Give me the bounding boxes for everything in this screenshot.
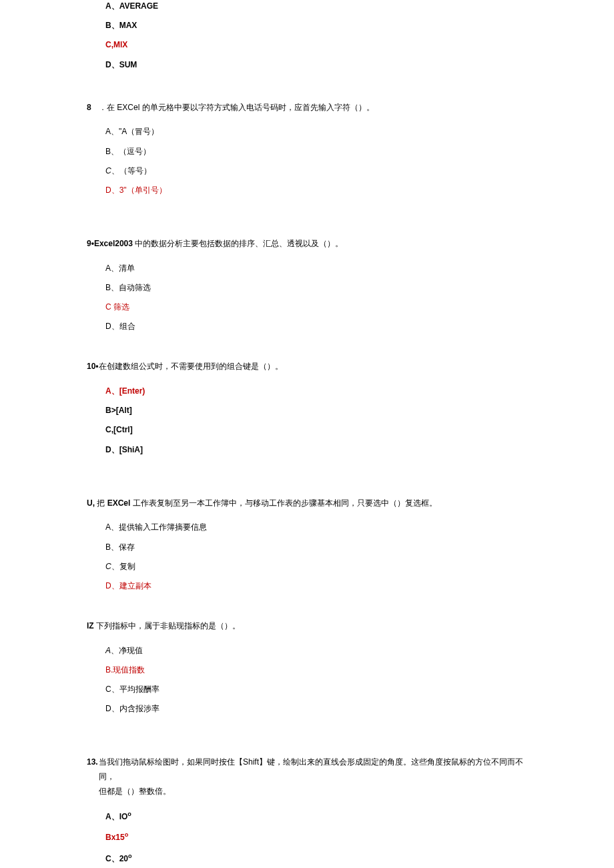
- q8-stem: 8 ．在 EXCel 的单元格中要以字符方式输入电话号码时，应首先输入字符（）。: [87, 101, 527, 115]
- q10-option-a: A、[Enter): [105, 385, 527, 398]
- q8-option-a: A、"A（冒号）: [105, 125, 527, 138]
- q7-option-c: C,MlX: [105, 39, 527, 51]
- q11-option-d: D、建立副本: [105, 580, 527, 592]
- q12-option-d: D、内含报涉率: [105, 703, 527, 715]
- q12-option-b: B.现值指数: [105, 664, 527, 677]
- question-10: 10•在创建数组公式时，不需要使用到的组合键是（）。 A、[Enter) B>[…: [87, 360, 527, 456]
- q7-option-a: A、AVERAGE: [105, 0, 527, 13]
- q13-text: 当我们拖动鼠标绘图时，如果同时按住【Shift】键，绘制出来的直线会形成固定的角…: [99, 755, 527, 799]
- q9-option-b: B、自动筛选: [105, 282, 527, 294]
- q13-number: 13.: [87, 755, 99, 799]
- spacer: [87, 742, 527, 755]
- q11-options: A、提供输入工作簿摘要信息 B、保存 C、复制 D、建立副本: [87, 521, 527, 592]
- q9-stem: 9•Excel2003 中的数据分析主要包括数据的排序、汇总、透视以及（）。: [87, 237, 527, 252]
- q9-text: 9•Excel2003 中的数据分析主要包括数据的排序、汇总、透视以及（）。: [87, 237, 527, 252]
- q8-options: A、"A（冒号） B、（逗号） C、（等号） D、3"（单引号）: [87, 125, 527, 197]
- document-page: A、AVERAGE B、MAX C,MlX D、SUM 8 ．在 EXCel 的…: [0, 0, 614, 868]
- q9-options: A、清单 B、自动筛选 C 筛选 D、组合: [87, 262, 527, 334]
- q10-option-c: C,[Ctrl]: [105, 424, 527, 436]
- q13-options: A、IOo Bx15o C、20o D、30o: [87, 809, 527, 868]
- question-13: 13. 当我们拖动鼠标绘图时，如果同时按住【Shift】键，绘制出来的直线会形成…: [87, 755, 527, 868]
- q13-text-line2: 但都是（）整数倍。: [99, 787, 171, 796]
- q11-option-c: C、复制: [105, 560, 527, 573]
- q10-stem: 10•在创建数组公式时，不需要使用到的组合键是（）。: [87, 360, 527, 374]
- question-12: IZ 下列指标中，属于非贴现指标的是（）。 A、净现值 B.现值指数 C、平均报…: [87, 619, 527, 715]
- q10-text: 10•在创建数组公式时，不需要使用到的组合键是（）。: [87, 360, 527, 374]
- q9-option-c: C 筛选: [105, 301, 527, 314]
- q13-text-line1: 当我们拖动鼠标绘图时，如果同时按住【Shift】键，绘制出来的直线会形成固定的角…: [99, 757, 523, 781]
- q7-option-b: B、MAX: [105, 19, 527, 32]
- q11-option-a: A、提供输入工作簿摘要信息: [105, 521, 527, 534]
- q8-option-c: C、（等号）: [105, 165, 527, 177]
- q10-option-b: B>[Alt]: [105, 404, 527, 417]
- question-9: 9•Excel2003 中的数据分析主要包括数据的排序、汇总、透视以及（）。 A…: [87, 237, 527, 333]
- q8-text: ．在 EXCel 的单元格中要以字符方式输入电话号码时，应首先输入字符（）。: [99, 101, 527, 115]
- q11-text: U, 把 EXCel 工作表复制至另一本工作簿中，与移动工作表的步骤基本相同，只…: [87, 496, 527, 511]
- question-7-options: A、AVERAGE B、MAX C,MlX D、SUM: [87, 0, 527, 71]
- q9-option-a: A、清单: [105, 262, 527, 275]
- q10-options: A、[Enter) B>[Alt] C,[Ctrl] D、[ShiA]: [87, 385, 527, 456]
- q13-stem: 13. 当我们拖动鼠标绘图时，如果同时按住【Shift】键，绘制出来的直线会形成…: [87, 755, 527, 799]
- q8-option-b: B、（逗号）: [105, 145, 527, 158]
- q13-option-c: C、20o: [105, 851, 527, 865]
- question-8: 8 ．在 EXCel 的单元格中要以字符方式输入电话号码时，应首先输入字符（）。…: [87, 101, 527, 197]
- q10-option-d: D、[ShiA]: [105, 444, 527, 456]
- question-11: U, 把 EXCel 工作表复制至另一本工作簿中，与移动工作表的步骤基本相同，只…: [87, 496, 527, 592]
- spacer: [87, 483, 527, 496]
- q13-option-b: Bx15o: [105, 830, 527, 844]
- q12-options: A、净现值 B.现值指数 C、平均报酬率 D、内含报涉率: [87, 644, 527, 716]
- q9-option-d: D、组合: [105, 320, 527, 333]
- spacer: [87, 224, 527, 237]
- q7-option-d: D、SUM: [105, 59, 527, 71]
- q12-option-c: C、平均报酬率: [105, 683, 527, 696]
- q8-number: 8: [87, 101, 99, 115]
- q11-stem: U, 把 EXCel 工作表复制至另一本工作簿中，与移动工作表的步骤基本相同，只…: [87, 496, 527, 511]
- q12-text: IZ 下列指标中，属于非贴现指标的是（）。: [87, 619, 527, 634]
- q13-option-a: A、IOo: [105, 809, 527, 823]
- q8-option-d: D、3"（单引号）: [105, 184, 527, 197]
- q11-option-b: B、保存: [105, 541, 527, 554]
- q12-option-a: A、净现值: [105, 644, 527, 657]
- q12-stem: IZ 下列指标中，属于非贴现指标的是（）。: [87, 619, 527, 634]
